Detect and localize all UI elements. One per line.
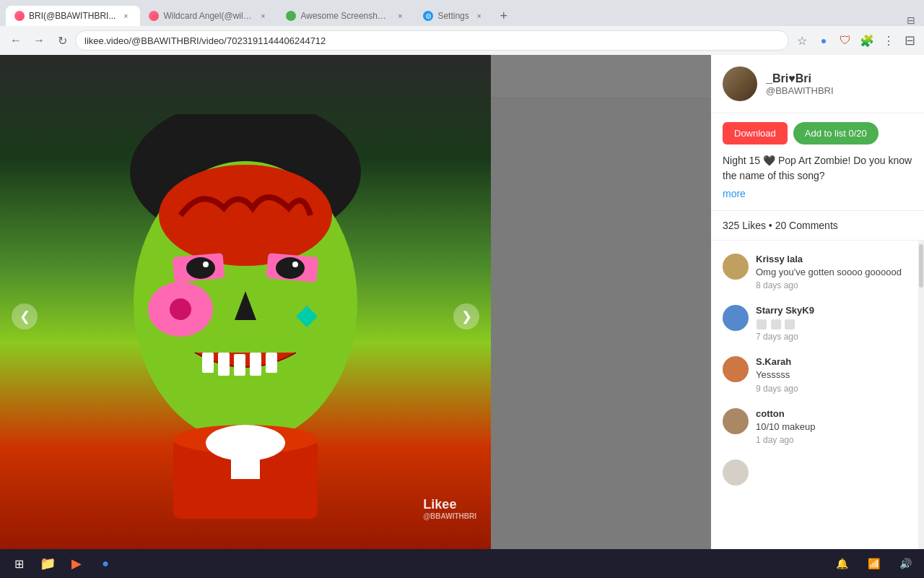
description-text: Night 15 🖤 Pop Art Zombie! Do you know t… [723, 155, 912, 181]
svg-rect-15 [234, 354, 245, 376]
comment-username-0: Krissy lala [756, 254, 912, 264]
toolbar-icons: ☆ ● 🛡 🧩 ⋮ [792, 30, 899, 51]
video-content: Likee @BBAWITHBRI [0, 55, 491, 578]
comment-time-0: 8 days ago [756, 280, 912, 290]
comment-time-3: 1 day ago [756, 435, 912, 445]
comment-text-1 [756, 317, 912, 330]
comments-section[interactable]: Krissy lala Omg you've gotten soooo gooo… [711, 241, 924, 578]
comment-body-2: S.Karah Yesssss 9 days ago [756, 356, 912, 393]
file-explorer-button[interactable]: 📁 [35, 551, 61, 577]
volume-icon[interactable]: 🔊 [892, 551, 918, 577]
comment-body-3: cotton 10/10 makeup 1 day ago [756, 408, 912, 445]
tab-label-1: Wildcard Angel(@wildcardangel... [163, 11, 253, 21]
new-tab-button[interactable]: + [494, 6, 514, 26]
chrome-taskbar-button[interactable]: ● [92, 551, 118, 577]
zombie-bg: Likee @BBAWITHBRI [0, 55, 491, 578]
svg-point-6 [276, 257, 305, 279]
zombie-video: Likee @BBAWITHBRI [0, 55, 491, 578]
comment-username-1: Starry SkyK9 [756, 305, 912, 316]
tab-close-2[interactable]: × [394, 10, 406, 22]
comment-username-2: S.Karah [756, 356, 912, 367]
comment-body-0: Krissy lala Omg you've gotten soooo gooo… [756, 254, 912, 290]
comment-item: Starry SkyK9 7 days ago [711, 298, 924, 349]
more-link[interactable]: more [723, 186, 912, 202]
download-button[interactable]: Download [723, 122, 788, 144]
scrollbar-thumb[interactable] [919, 244, 923, 288]
left-arrow-icon: ❮ [19, 309, 30, 324]
browser-tabs: BRI(@BBAWITHBRI... × Wildcard Angel(@wil… [0, 0, 924, 26]
svg-rect-21 [231, 443, 260, 479]
close-button[interactable]: ✕ [898, 110, 921, 133]
comment-avatar-1 [723, 305, 749, 331]
user-avatar [723, 66, 757, 101]
avatar-image [723, 66, 757, 101]
comment-body-1: Starry SkyK9 7 days ago [756, 305, 912, 342]
svg-point-7 [203, 262, 209, 267]
svg-rect-13 [202, 353, 214, 373]
svg-point-11 [170, 298, 191, 320]
tab-label: BRI(@BBAWITHBRI... [29, 11, 116, 21]
taskbar-right: 🔔 📶 🔊 [829, 551, 918, 577]
comment-text-0: Omg you've gotten soooo goooood [756, 266, 912, 279]
comment-avatar-2 [723, 356, 749, 382]
resize-icon[interactable]: ⊟ [902, 33, 918, 48]
user-info: _Bri♥Bri @BBAWITHBRI [766, 72, 912, 96]
taskbar: ⊞ 📁 ▶ ● 🔔 📶 🔊 [0, 549, 924, 578]
svg-rect-17 [266, 353, 277, 373]
puzzle-icon[interactable]: 🧩 [857, 30, 877, 51]
info-panel: _Bri♥Bri @BBAWITHBRI Download Add to lis… [711, 55, 924, 578]
zombie-face-svg [116, 114, 375, 519]
windows-button[interactable]: ⊞ [6, 551, 32, 577]
comment-item: Krissy lala Omg you've gotten soooo gooo… [711, 246, 924, 298]
user-handle: @BBAWITHBRI [766, 85, 912, 96]
svg-rect-16 [250, 353, 261, 376]
notification-icon[interactable]: 🔔 [829, 551, 855, 577]
comment-time-2: 9 days ago [756, 384, 912, 394]
likee-watermark: Likee @BBAWITHBRI [423, 497, 476, 520]
chrome-icon[interactable]: ● [814, 30, 834, 51]
refresh-button[interactable]: ↻ [52, 30, 72, 51]
svg-point-5 [186, 257, 215, 279]
comments-count: 20 Comments [775, 220, 838, 231]
shield-icon[interactable]: 🛡 [835, 30, 855, 51]
nav-next-button[interactable]: ❯ [453, 303, 479, 329]
add-to-list-button[interactable]: Add to list 0/20 [793, 122, 879, 144]
comment-item: cotton 10/10 makeup 1 day ago [711, 401, 924, 452]
tab-screenshot[interactable]: Awesome Screenshot & Screen F... × [277, 6, 414, 26]
scrollbar-track[interactable] [918, 241, 924, 578]
tab-bbawithbri[interactable]: BRI(@BBAWITHBRI... × [6, 6, 140, 26]
comment-avatar-0 [723, 254, 749, 280]
browser-chrome: BRI(@BBAWITHBRI... × Wildcard Angel(@wil… [0, 0, 924, 55]
network-icon[interactable]: 📶 [860, 551, 886, 577]
stats-row: 325 Likes • 20 Comments [711, 211, 924, 241]
tab-close-0[interactable]: × [120, 10, 131, 22]
comment-item-partial [711, 452, 924, 493]
tab-close-1[interactable]: × [257, 10, 269, 22]
back-button[interactable]: ← [6, 30, 26, 51]
address-bar[interactable]: likee.video/@BBAWITHBRI/video/7023191144… [75, 30, 789, 51]
tab-wildcard[interactable]: Wildcard Angel(@wildcardangel... × [140, 6, 277, 26]
watermark-text: Likee [423, 497, 456, 512]
comment-text-3: 10/10 makeup [756, 420, 912, 434]
comment-username-3: cotton [756, 408, 912, 419]
comment-avatar-3 [723, 408, 749, 434]
tab-close-3[interactable]: × [474, 10, 485, 22]
svg-rect-14 [218, 353, 230, 376]
more-icon[interactable]: ⋮ [879, 30, 899, 51]
tab-label-2: Awesome Screenshot & Screen F... [300, 11, 390, 21]
right-arrow-icon: ❯ [461, 309, 472, 324]
video-description: Night 15 🖤 Pop Art Zombie! Do you know t… [711, 153, 924, 211]
tab-label-3: Settings [437, 11, 468, 21]
nav-prev-button[interactable]: ❮ [12, 303, 38, 329]
media-player-button[interactable]: ▶ [64, 551, 90, 577]
close-icon: ✕ [903, 112, 916, 131]
video-panel: Likee @BBAWITHBRI ❮ ❯ [0, 55, 491, 578]
bookmark-icon[interactable]: ☆ [792, 30, 812, 51]
username: _Bri♥Bri [766, 72, 912, 85]
svg-point-8 [292, 262, 298, 267]
forward-button[interactable]: → [29, 30, 49, 51]
tab-settings[interactable]: ⚙ Settings × [414, 6, 493, 26]
emoji-1a [757, 319, 767, 329]
emoji-1c [785, 319, 795, 329]
comment-avatar-4 [723, 460, 749, 486]
